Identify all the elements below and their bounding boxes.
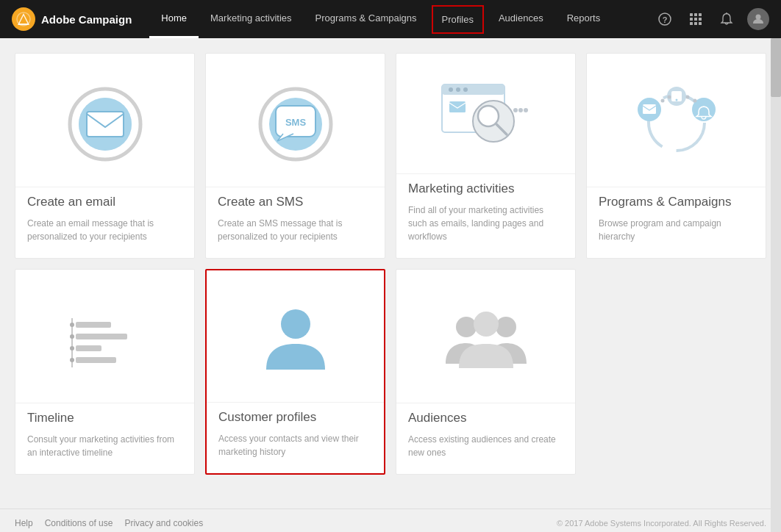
svg-point-39 xyxy=(675,98,677,101)
user-avatar[interactable] xyxy=(747,8,769,30)
svg-rect-7 xyxy=(694,18,697,21)
svg-rect-36 xyxy=(643,104,656,114)
card-icon-area: SMS xyxy=(206,54,385,187)
card-info: Audiences Access existing audiences and … xyxy=(396,403,575,474)
card-icon-area xyxy=(587,54,766,187)
nav-right: ? xyxy=(655,8,769,30)
app-name: Adobe Campaign xyxy=(41,13,132,26)
svg-rect-9 xyxy=(690,22,693,25)
card-info: Programs & Campaigns Browse program and … xyxy=(587,187,766,258)
svg-point-12 xyxy=(756,15,761,20)
card-icon-area xyxy=(396,270,575,403)
svg-point-50 xyxy=(70,323,74,327)
svg-rect-11 xyxy=(699,22,702,25)
card-desc: Browse program and campaign hierarchy xyxy=(599,217,754,243)
card-timeline[interactable]: Timeline Consult your marketing activiti… xyxy=(15,269,195,475)
card-icon-area xyxy=(15,54,194,187)
svg-rect-48 xyxy=(76,357,116,363)
svg-rect-5 xyxy=(699,13,702,16)
nav-programs-campaigns[interactable]: Programs & Campaigns xyxy=(304,0,429,38)
logo-icon xyxy=(12,7,35,31)
nav-reports[interactable]: Reports xyxy=(555,0,613,38)
footer-help[interactable]: Help xyxy=(15,518,33,528)
svg-rect-45 xyxy=(76,322,111,328)
grid-icon[interactable] xyxy=(685,9,706,29)
card-desc: Create an SMS message that is personaliz… xyxy=(218,217,373,243)
svg-rect-8 xyxy=(699,18,702,21)
card-info: Timeline Consult your marketing activiti… xyxy=(15,403,194,474)
card-info: Marketing activities Find all of your ma… xyxy=(396,173,575,258)
card-title: Create an SMS xyxy=(218,195,373,209)
svg-point-41 xyxy=(660,98,664,102)
scrollbar[interactable] xyxy=(771,38,781,532)
cards-grid: Create an email Create an email message … xyxy=(15,53,766,475)
card-desc: Create an email message that is personal… xyxy=(27,217,182,243)
svg-point-52 xyxy=(70,346,74,351)
card-title: Marketing activities xyxy=(408,181,563,196)
card-title: Create an email xyxy=(27,195,182,209)
svg-rect-46 xyxy=(76,334,127,339)
scroll-thumb[interactable] xyxy=(771,38,781,97)
card-info: Create an SMS Create an SMS message that… xyxy=(206,187,385,258)
svg-point-56 xyxy=(496,317,516,337)
svg-point-54 xyxy=(281,309,310,339)
card-programs-campaigns[interactable]: Programs & Campaigns Browse program and … xyxy=(586,53,766,259)
svg-rect-3 xyxy=(690,13,693,16)
nav-marketing-activities[interactable]: Marketing activities xyxy=(199,0,304,38)
svg-text:?: ? xyxy=(663,15,668,24)
card-title: Programs & Campaigns xyxy=(599,195,754,209)
help-icon[interactable]: ? xyxy=(655,9,675,29)
card-title: Audiences xyxy=(408,411,563,425)
svg-rect-47 xyxy=(76,345,101,351)
nav-audiences[interactable]: Audiences xyxy=(487,0,555,38)
card-title: Timeline xyxy=(27,411,182,425)
svg-point-23 xyxy=(449,87,453,92)
footer-links: Help Conditions of use Privacy and cooki… xyxy=(15,518,203,528)
svg-point-33 xyxy=(524,108,528,112)
main-content: Create an email Create an email message … xyxy=(0,38,781,508)
card-marketing-activities[interactable]: Marketing activities Find all of your ma… xyxy=(396,53,576,259)
svg-rect-6 xyxy=(690,18,693,21)
card-title: Customer profiles xyxy=(218,410,372,425)
svg-point-42 xyxy=(667,95,671,98)
svg-point-57 xyxy=(474,312,499,337)
card-icon-area xyxy=(396,54,575,173)
svg-point-25 xyxy=(463,87,468,92)
card-info: Create an email Create an email message … xyxy=(15,187,194,258)
svg-rect-4 xyxy=(694,13,697,16)
card-info: Customer profiles Access your contacts a… xyxy=(207,402,384,473)
svg-point-51 xyxy=(70,334,74,339)
footer-privacy[interactable]: Privacy and cookies xyxy=(124,518,203,528)
svg-text:SMS: SMS xyxy=(285,117,306,128)
card-desc: Access your contacts and view their mark… xyxy=(218,432,372,459)
card-create-email[interactable]: Create an email Create an email message … xyxy=(15,53,195,259)
footer: Help Conditions of use Privacy and cooki… xyxy=(0,508,781,532)
svg-point-43 xyxy=(685,95,689,98)
card-audiences[interactable]: Audiences Access existing audiences and … xyxy=(396,269,576,475)
app-logo[interactable]: Adobe Campaign xyxy=(12,7,132,31)
card-customer-profiles[interactable]: Customer profiles Access your contacts a… xyxy=(205,269,385,475)
card-icon-area xyxy=(15,270,194,403)
card-desc: Access existing audiences and create new… xyxy=(408,433,563,459)
svg-point-31 xyxy=(513,108,518,112)
navbar: Adobe Campaign Home Marketing activities… xyxy=(0,0,781,38)
card-desc: Find all of your marketing activities su… xyxy=(408,204,563,243)
svg-rect-16 xyxy=(87,112,124,137)
svg-point-53 xyxy=(70,358,74,362)
nav-home[interactable]: Home xyxy=(149,0,199,38)
svg-rect-10 xyxy=(694,22,697,25)
svg-point-32 xyxy=(518,108,523,112)
nav-links: Home Marketing activities Programs & Cam… xyxy=(149,0,655,38)
footer-conditions[interactable]: Conditions of use xyxy=(45,518,113,528)
svg-point-24 xyxy=(456,87,460,92)
svg-rect-26 xyxy=(449,101,466,112)
svg-point-44 xyxy=(693,98,696,102)
card-desc: Consult your marketing activities from a… xyxy=(27,433,182,459)
nav-profiles[interactable]: Profiles xyxy=(432,5,484,34)
svg-point-55 xyxy=(456,317,477,337)
footer-copyright: © 2017 Adobe Systems Incorporated. All R… xyxy=(557,519,766,528)
card-icon-area xyxy=(207,270,384,402)
notification-icon[interactable] xyxy=(716,9,737,29)
card-create-sms[interactable]: SMS Create an SMS Create an SMS message … xyxy=(205,53,385,259)
